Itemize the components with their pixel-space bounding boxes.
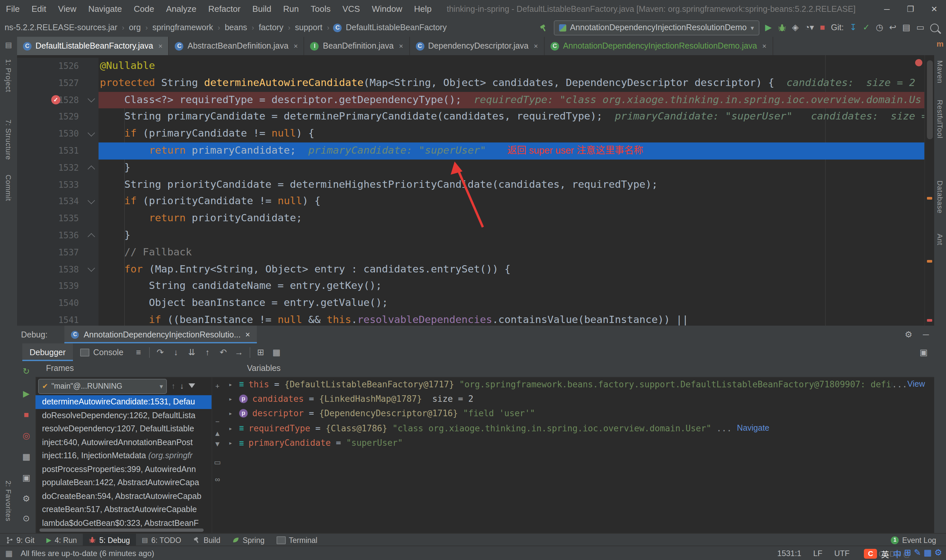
- toolwindow-button-spring[interactable]: Spring: [226, 534, 271, 546]
- debug-session-tab[interactable]: C AnnotationDependencyInjectionResolutio…: [65, 326, 257, 343]
- rollback-icon[interactable]: ↩: [889, 18, 897, 37]
- thread-dump-icon[interactable]: ▣: [17, 473, 35, 483]
- stack-frame-row[interactable]: lambda$doGetBean$0:323, AbstractBeanF: [35, 516, 211, 528]
- scroll-up-icon[interactable]: ▲: [211, 429, 223, 437]
- code-line[interactable]: 1533String priorityCandidate = determine…: [17, 176, 934, 193]
- code-text[interactable]: // Fallback: [99, 244, 934, 261]
- breadcrumb-item[interactable]: beans: [224, 23, 248, 32]
- code-line[interactable]: 1539String candidateName = entry.getKey(…: [17, 278, 934, 295]
- code-line[interactable]: 1534if (priorityCandidate != null) {: [17, 193, 934, 211]
- code-text[interactable]: String candidateName = entry.getKey();: [99, 278, 934, 295]
- stack-frame-row[interactable]: doResolveDependency:1262, DefaultLista: [35, 409, 211, 422]
- variable-link[interactable]: View: [907, 380, 934, 389]
- code-text[interactable]: Object beanInstance = entry.getValue();: [99, 295, 934, 312]
- frames-horizontal-scrollbar[interactable]: [39, 528, 203, 532]
- code-text[interactable]: Class<?> requiredType = descriptor.getDe…: [99, 92, 934, 109]
- close-icon[interactable]: ×: [245, 330, 250, 339]
- stop-icon[interactable]: ■: [17, 410, 35, 420]
- error-stripe-mark[interactable]: [927, 319, 932, 322]
- resume-icon[interactable]: ▶: [17, 389, 35, 398]
- editor-tab[interactable]: CAnnotationDependencyInjectionResolution…: [545, 37, 773, 55]
- close-button[interactable]: ✕: [922, 0, 946, 18]
- breadcrumb-item[interactable]: ns-5.2.2.RELEASE-sources.jar: [4, 23, 118, 32]
- tab-debugger[interactable]: Debugger: [22, 343, 73, 361]
- breadcrumb-item[interactable]: factory: [258, 23, 284, 32]
- code-line[interactable]: 1531return primaryCandidate; primaryCand…: [17, 143, 934, 160]
- pin-icon[interactable]: ⊙: [17, 513, 35, 523]
- code-text[interactable]: }: [99, 227, 934, 244]
- maximize-button[interactable]: ❐: [899, 0, 922, 18]
- toolwindow-button-git[interactable]: 9: Git: [0, 534, 40, 546]
- menu-build[interactable]: Build: [247, 0, 277, 18]
- gear-icon[interactable]: ⚙: [904, 329, 912, 339]
- stack-frame-row[interactable]: determineAutowireCandidate:1531, Defau: [35, 395, 211, 409]
- copy-stack-icon[interactable]: ▭: [211, 458, 223, 467]
- collapse-icon[interactable]: −: [211, 417, 223, 425]
- toolwindow-button-todo[interactable]: ▤6: TODO: [136, 534, 187, 546]
- step-out-icon[interactable]: ↑: [200, 347, 216, 357]
- stack-frame-row[interactable]: postProcessProperties:399, AutowiredAnn: [35, 463, 211, 476]
- toolwindow-button-eventlog[interactable]: 1Event Log: [885, 534, 942, 546]
- close-icon[interactable]: ×: [294, 42, 298, 50]
- drop-frame-icon[interactable]: ↶: [216, 347, 231, 357]
- expand-icon[interactable]: ▸: [229, 395, 239, 402]
- variable-row[interactable]: ▸≡requiredType = {Class@1786} "class org…: [223, 421, 934, 435]
- coverage-button[interactable]: ◈: [792, 18, 798, 37]
- editor-tab[interactable]: IBeanDefinition.java×: [305, 37, 410, 55]
- menu-edit[interactable]: Edit: [26, 0, 52, 18]
- variable-row[interactable]: ▸pdescriptor = {DependencyDescriptor@171…: [223, 406, 934, 421]
- prev-frame-icon[interactable]: ↑: [171, 382, 176, 391]
- code-editor[interactable]: 1526@Nullable1527protected String determ…: [17, 55, 934, 326]
- toolwindow-database[interactable]: Database: [936, 180, 944, 214]
- toolwindow-structure[interactable]: 7: Structure: [5, 120, 12, 160]
- stack-frame-row[interactable]: resolveDependency:1207, DefaultListable: [35, 422, 211, 435]
- editor-scrollbar[interactable]: [924, 55, 934, 326]
- hide-panel-icon[interactable]: ─: [923, 329, 929, 339]
- code-line[interactable]: 1538for (Map.Entry<String, Object> entry…: [17, 261, 934, 278]
- run-to-cursor-icon[interactable]: →: [231, 347, 247, 357]
- run-button[interactable]: ▶: [765, 18, 772, 37]
- toolwindow-maven[interactable]: Maven: [936, 60, 944, 83]
- code-text[interactable]: return priorityCandidate;: [99, 210, 934, 227]
- menu-file[interactable]: File: [0, 0, 26, 18]
- warning-stripe-mark[interactable]: [927, 197, 932, 200]
- expand-icon[interactable]: ▸: [229, 410, 239, 417]
- toolwindow-button-debug[interactable]: 5: Debug: [83, 534, 136, 546]
- fold-marker[interactable]: [88, 197, 95, 205]
- expand-icon[interactable]: ▸: [229, 440, 239, 447]
- toolwindow-commit[interactable]: Commit: [5, 175, 12, 201]
- close-icon[interactable]: ×: [534, 42, 538, 50]
- toolwindow-button-build[interactable]: Build: [187, 534, 226, 546]
- close-icon[interactable]: ×: [763, 42, 767, 50]
- editor-tab[interactable]: CDependencyDescriptor.java×: [410, 37, 545, 55]
- next-frame-icon[interactable]: ↓: [180, 382, 184, 391]
- step-over-icon[interactable]: ↷: [153, 347, 168, 357]
- debug-button[interactable]: [778, 23, 786, 32]
- fold-marker[interactable]: [88, 265, 95, 272]
- variable-row[interactable]: ▸≡this = {DefaultListableBeanFactory@171…: [223, 377, 934, 392]
- code-line[interactable]: ✓1528Class<?> requiredType = descriptor.…: [17, 92, 934, 109]
- breadcrumb-item[interactable]: springframework: [152, 23, 214, 32]
- menu-code[interactable]: Code: [128, 0, 160, 18]
- search-icon[interactable]: [930, 23, 939, 32]
- breadcrumb-item[interactable]: org: [128, 23, 142, 32]
- maven-icon[interactable]: m: [937, 39, 943, 49]
- toolwindow-ant[interactable]: Ant: [936, 234, 944, 245]
- close-icon[interactable]: ×: [399, 42, 403, 50]
- profiler-button[interactable]: ◔▾: [804, 18, 814, 37]
- build-hammer-icon[interactable]: [539, 23, 548, 32]
- code-text[interactable]: if ((beanInstance != null && this.resolv…: [99, 312, 934, 326]
- mute-breakpoints-icon[interactable]: ▦: [17, 452, 35, 462]
- code-text[interactable]: if (primaryCandidate != null) {: [99, 125, 934, 143]
- debug-settings-icon[interactable]: ⚙: [17, 494, 35, 503]
- fold-marker[interactable]: [88, 165, 95, 173]
- scrollbar-thumb[interactable]: [927, 60, 933, 139]
- step-into-icon[interactable]: ↓: [168, 347, 184, 357]
- menu-refactor[interactable]: Refactor: [202, 0, 247, 18]
- menu-help[interactable]: Help: [408, 0, 438, 18]
- menu-analyze[interactable]: Analyze: [160, 0, 202, 18]
- thread-selector[interactable]: ✔ "main"@...RUNNING ▾: [38, 378, 167, 394]
- stack-frame-row[interactable]: inject:640, AutowiredAnnotationBeanPost: [35, 435, 211, 449]
- caret-position[interactable]: 1531:1: [777, 549, 801, 558]
- window-layout-icon[interactable]: ▭: [916, 18, 924, 37]
